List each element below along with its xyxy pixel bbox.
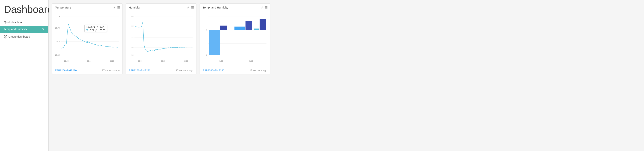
expand-icon[interactable]: ⤢ xyxy=(113,6,116,9)
expand-icon[interactable]: ⤢ xyxy=(187,6,190,9)
create-dashboard-item[interactable]: + Create dashboard xyxy=(0,33,48,41)
create-dashboard-label: Create dashboard xyxy=(8,35,30,38)
svg-text:25.75: 25.75 xyxy=(55,27,60,29)
humidity-source: ESP8266+BME280 xyxy=(129,69,150,72)
temperature-card-footer: ESP8266+BME280 17 seconds ago xyxy=(52,67,122,74)
bar-humidity-1 xyxy=(220,26,227,30)
plus-circle-icon: + xyxy=(4,35,7,38)
bar-temp-3 xyxy=(254,29,259,30)
bar-humidity-2 xyxy=(246,21,252,30)
sidebar: Dashboard Quick dashboard Temp and Humid… xyxy=(0,0,48,151)
temp-humidity-chart-body: 1 0 -1 -2 01:00 01:10 xyxy=(200,10,270,67)
svg-text:32: 32 xyxy=(132,54,134,56)
humidity-card: Humidity ⤢ ☰ 36 35 34 33 32 22:00 xyxy=(126,4,196,74)
svg-text:36: 36 xyxy=(132,15,134,17)
edit-icon: ✎ xyxy=(42,28,44,31)
temp-humidity-time: 17 seconds ago xyxy=(250,69,267,72)
temp-humidity-card-header: Temp. and Humidity ⤢ ☰ xyxy=(200,4,270,10)
svg-text:0: 0 xyxy=(206,29,207,31)
sidebar-item-temp-humidity[interactable]: Temp and Humidity ✎ xyxy=(0,26,48,33)
menu-icon[interactable]: ☰ xyxy=(265,6,268,9)
temperature-time: 17 seconds ago xyxy=(102,69,120,72)
menu-icon[interactable]: ☰ xyxy=(117,6,120,9)
humidity-card-header: Humidity ⤢ ☰ xyxy=(126,4,196,10)
svg-text:25.5: 25.5 xyxy=(56,41,60,43)
temperature-svg: 26 25.75 25.5 25.25 22:00 22:10 22:20 xyxy=(54,11,121,66)
temperature-source: ESP8266+BME280 xyxy=(55,69,76,72)
temp-humidity-card-footer: ESP8266+BME280 17 seconds ago xyxy=(200,67,270,74)
bar-humidity-3 xyxy=(260,19,266,30)
sidebar-item-label: Temp and Humidity xyxy=(4,28,27,31)
temp-humidity-chart-icons: ⤢ ☰ xyxy=(261,6,268,9)
svg-text:22:10: 22:10 xyxy=(87,60,92,62)
temp-humidity-svg: 1 0 -1 -2 01:00 01:10 xyxy=(202,11,268,66)
temperature-card: Temperature ⤢ ☰ 26 25.75 25.5 25.25 22:0… xyxy=(52,4,122,74)
svg-text:34: 34 xyxy=(132,37,134,39)
humidity-time: 17 seconds ago xyxy=(176,69,194,72)
temperature-chart-body: 26 25.75 25.5 25.25 22:00 22:10 22:20 xyxy=(52,10,122,67)
humidity-chart-title: Humidity xyxy=(129,6,140,9)
svg-text:33: 33 xyxy=(132,46,134,48)
svg-text:22:10: 22:10 xyxy=(161,60,166,62)
svg-text:35: 35 xyxy=(132,25,134,27)
svg-text:-2: -2 xyxy=(206,54,207,56)
svg-text:22:00: 22:00 xyxy=(64,60,69,62)
svg-text:22:00: 22:00 xyxy=(138,60,142,62)
bar-temp-1 xyxy=(209,30,220,55)
svg-text:1: 1 xyxy=(206,15,207,17)
svg-text:25.25: 25.25 xyxy=(55,54,60,56)
app-title: Dashboard xyxy=(0,2,48,19)
humidity-card-footer: ESP8266+BME280 17 seconds ago xyxy=(126,67,196,74)
temp-humidity-source: ESP8266+BME280 xyxy=(203,69,224,72)
sidebar-item-quick-dashboard[interactable]: Quick dashboard xyxy=(0,19,48,26)
chart-header-icons: ⤢ ☰ xyxy=(113,6,120,9)
temp-humidity-card: Temp. and Humidity ⤢ ☰ 1 0 -1 -2 xyxy=(200,4,270,74)
svg-text:22:20: 22:20 xyxy=(184,60,188,62)
expand-icon[interactable]: ⤢ xyxy=(261,6,264,9)
svg-text:01:10: 01:10 xyxy=(249,60,253,62)
bar-temp-2 xyxy=(234,27,245,30)
humidity-chart-body: 36 35 34 33 32 22:00 22:10 22:20 xyxy=(126,10,196,67)
temperature-card-header: Temperature ⤢ ☰ xyxy=(52,4,122,10)
temp-humidity-chart-title: Temp. and Humidity xyxy=(203,6,228,9)
humidity-chart-icons: ⤢ ☰ xyxy=(187,6,194,9)
svg-text:26: 26 xyxy=(58,15,60,17)
menu-icon[interactable]: ☰ xyxy=(191,6,194,9)
main-content: Temperature ⤢ ☰ 26 25.75 25.5 25.25 22:0… xyxy=(48,0,644,151)
svg-text:22:20: 22:20 xyxy=(110,60,114,62)
temperature-chart-title: Temperature xyxy=(55,6,71,9)
svg-text:01:00: 01:00 xyxy=(219,60,223,62)
svg-text:-1: -1 xyxy=(206,43,207,44)
humidity-svg: 36 35 34 33 32 22:00 22:10 22:20 xyxy=(128,11,194,66)
